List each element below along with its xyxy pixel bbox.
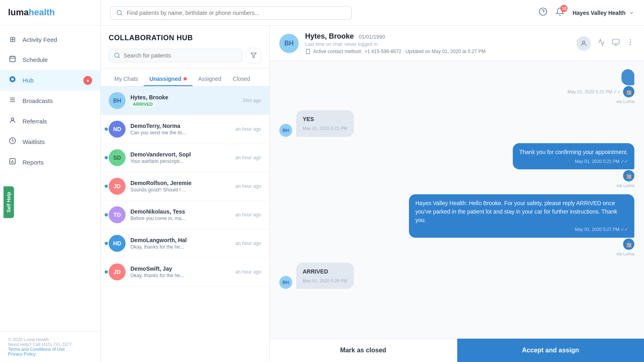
avatar: SD (109, 149, 126, 166)
chat-footer: Mark as closed Accept and assign (270, 338, 644, 362)
svg-point-16 (115, 53, 119, 58)
unread-dot (105, 128, 108, 131)
chat-preview: ARRIVED (130, 101, 237, 107)
svg-point-26 (630, 42, 631, 43)
svg-point-27 (630, 44, 631, 45)
tab-closed-label: Closed (233, 76, 250, 82)
patient-dob: 01/01/1990 (359, 34, 385, 40)
chat-info: DemoSwift, JayOkay, thanks for the he... (130, 265, 231, 278)
chat-preview: Can you send me the lis... (130, 130, 231, 136)
hub-badge: ● (83, 76, 92, 85)
svg-point-5 (11, 78, 14, 80)
chat-time: an hour ago (235, 269, 261, 275)
chat-info: DemoNikolaus, TessBefore you come in, ma… (130, 208, 231, 221)
filter-icon (250, 52, 257, 59)
schedule-icon (8, 55, 17, 64)
tab-closed[interactable]: Closed (227, 72, 256, 86)
tab-assigned[interactable]: Assigned (192, 72, 227, 86)
reports-icon (8, 158, 17, 167)
sidebar-item-hub[interactable]: Hub ● (0, 70, 100, 90)
sidebar-item-reports[interactable]: Reports (0, 152, 100, 173)
sidebar-item-schedule[interactable]: Schedule (0, 49, 100, 70)
message-bubble: YES May 01, 2020 5:21 PM (296, 110, 354, 137)
more-options-icon[interactable] (626, 38, 634, 48)
global-search[interactable] (110, 6, 352, 20)
chat-info: DemoRolfson, JeremieSounds good!! Should… (130, 180, 231, 193)
message-time: May 01, 2020 5:21 PM (303, 125, 347, 132)
org-selector[interactable]: Hayes Valley Health (572, 10, 634, 16)
chat-preview: Your warfarin perscripti... (130, 158, 231, 164)
help-text: Need Help? Call (415) 741-3377. (8, 342, 92, 347)
chat-name: DemoLangworth, Hal (130, 237, 231, 243)
collab-search-input-wrapper[interactable] (109, 49, 243, 62)
chat-preview: Okay, thanks for the he... (130, 244, 231, 250)
chat-name: DemoSwift, Jay (130, 265, 231, 272)
message-time: May 01, 2020 5:21 PM ✓✓ (519, 158, 628, 165)
patient-avatar: BH (279, 34, 299, 53)
topbar: 18 Hayes Valley Health (101, 0, 644, 26)
message-bubble: ARRIVED May 01, 2020 5:28 PM (296, 263, 354, 289)
chat-name: Hytes, Brooke (130, 94, 237, 101)
chat-list: BHHytes, BrookeARRIVED34m agoNDDemoTerry… (101, 86, 269, 362)
patient-profile-icon[interactable] (576, 36, 591, 51)
terms-link[interactable]: Terms and Conditions of Use (8, 347, 65, 352)
avatar: TD (109, 206, 126, 223)
sidebar-item-label: Hub (23, 77, 34, 84)
chat-list-item[interactable]: JDDemoRolfson, JeremieSounds good!! Shou… (101, 172, 269, 201)
avatar: BH (109, 92, 126, 109)
bot-icon: 🤖 (623, 170, 634, 181)
search-icon (116, 10, 123, 16)
patient-contact: Active contact method: +1 415-598-8672 ·… (305, 49, 570, 54)
sidebar-item-activity-feed[interactable]: ⊞ Activity Feed (0, 29, 100, 49)
sidebar-item-label: Waitlists (23, 138, 45, 145)
sidebar-item-broadcasts[interactable]: Broadcasts (0, 90, 100, 111)
collab-search-input[interactable] (124, 52, 237, 59)
chat-list-item[interactable]: SDDemoVandervort, SoplYour warfarin pers… (101, 144, 269, 172)
chat-list-item[interactable]: JDDemoSwift, JayOkay, thanks for the he.… (101, 258, 269, 286)
chat-list-item[interactable]: TDDemoNikolaus, TessBefore you come in, … (101, 201, 269, 229)
privacy-link[interactable]: Privacy Policy (8, 352, 35, 356)
help-icon-btn[interactable] (539, 7, 547, 18)
phone-icon (305, 49, 311, 54)
chat-preview: Sounds good!! Should I ... (130, 187, 231, 193)
collab-search-icon (114, 52, 120, 59)
screen-icon[interactable] (612, 38, 620, 48)
chart-icon[interactable] (597, 38, 605, 48)
contact-value: +1 415-598-8672 · Updated on May 01, 202… (364, 49, 485, 54)
chat-list-item[interactable]: BHHytes, BrookeARRIVED34m ago (101, 86, 269, 115)
message-bubble (621, 69, 634, 85)
notification-icon-btn[interactable]: 18 (555, 7, 564, 18)
chat-panel: BH Hytes, Brooke 01/01/1990 Last time on… (270, 26, 644, 362)
message-row: Thank you for confirming your appointmen… (279, 143, 634, 188)
chat-preview: Okay, thanks for the he... (130, 273, 231, 278)
org-name: Hayes Valley Health (572, 10, 625, 16)
avatar: ND (109, 121, 126, 138)
tab-my-chats[interactable]: My Chats (109, 72, 144, 86)
unread-dot (105, 156, 108, 159)
logo-health: health (29, 7, 55, 17)
contact-label: Active contact method: (313, 49, 362, 54)
sidebar-item-label: Broadcasts (23, 97, 53, 104)
chat-list-item[interactable]: HDDemoLangworth, HalOkay, thanks for the… (101, 229, 269, 258)
sidebar-item-waitlists[interactable]: Waitlists (0, 132, 100, 152)
filter-button[interactable] (246, 48, 261, 63)
svg-marker-18 (251, 53, 256, 58)
sidebar-item-label: Activity Feed (23, 36, 57, 43)
avatar: JD (109, 178, 126, 195)
chat-header: BH Hytes, Brooke 01/01/1990 Last time on… (270, 26, 644, 61)
via-luma: via Luma (616, 251, 634, 256)
chat-list-item[interactable]: NDDemoTerry, NormaCan you send me the li… (101, 115, 269, 144)
broadcasts-icon (8, 96, 17, 105)
sidebar-item-referrals[interactable]: Referrals (0, 111, 100, 132)
mark-closed-button[interactable]: Mark as closed (270, 339, 457, 362)
waitlists-icon (8, 137, 17, 146)
patient-last-chat: Last time on chat: never logged in (305, 41, 570, 47)
tab-unassigned[interactable]: Unassigned (144, 72, 192, 86)
global-search-input[interactable] (127, 10, 346, 16)
chat-info: Hytes, BrookeARRIVED (130, 94, 237, 107)
self-help-tab[interactable]: Self Help (4, 186, 14, 218)
collab-tabs: My Chats Unassigned Assigned Closed (101, 68, 269, 86)
accept-assign-button[interactable]: Accept and assign (457, 339, 644, 362)
help-icon (539, 7, 547, 16)
notification-badge: 18 (560, 5, 568, 12)
